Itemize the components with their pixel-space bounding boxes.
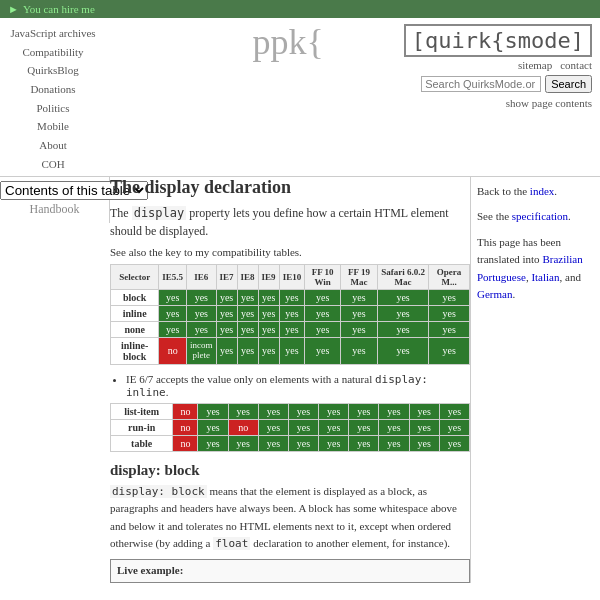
intro-text: The display property lets you define how… (110, 204, 470, 240)
col-ff10win: FF 10 Win (305, 264, 341, 289)
cell: yes (377, 289, 428, 305)
cell: yes (341, 289, 378, 305)
cell: yes (159, 289, 187, 305)
cell: no (173, 419, 198, 435)
key-link[interactable]: key (165, 246, 181, 258)
col-safari: Safari 6.0.2 Mac (377, 264, 428, 289)
cell: no (173, 403, 198, 419)
cell: no (173, 435, 198, 451)
cell: yes (409, 403, 439, 419)
right-sidebar: Back to the index. See the specification… (470, 177, 600, 583)
lang-italian[interactable]: Italian (531, 271, 559, 283)
cell: yes (341, 305, 378, 321)
top-bar: ► You can hire me (0, 0, 600, 18)
cell: no (228, 419, 258, 435)
cell: yes (377, 321, 428, 337)
cell: yes (159, 305, 187, 321)
search-bar: Search (421, 75, 592, 93)
selector-inline-block: inline-block (111, 337, 159, 364)
col-ie55: IE5.5 (159, 264, 187, 289)
cell: yes (288, 403, 318, 419)
index-link[interactable]: index (530, 185, 554, 197)
nav-compatibility[interactable]: Compatibility (8, 43, 98, 62)
search-button[interactable]: Search (545, 75, 592, 93)
search-input[interactable] (421, 76, 541, 92)
cell: yes (187, 305, 217, 321)
cell: yes (228, 435, 258, 451)
table-row: inline yes yes yes yes yes yes yes yes y… (111, 305, 470, 321)
selector-run-in: run-in (111, 419, 173, 435)
cell: yes (228, 403, 258, 419)
cell: yes (237, 289, 258, 305)
nav-quirksblog[interactable]: QuirksBlog (8, 61, 98, 80)
cell: yes (258, 419, 288, 435)
live-example-box: Live example: (110, 559, 470, 583)
col-selector: Selector (111, 264, 159, 289)
logo-area: ppk{ [quirk{smode] sitemap contact Searc… (253, 24, 592, 109)
show-contents-link[interactable]: show page contents (506, 97, 592, 109)
cell: yes (279, 305, 305, 321)
cell: yes (159, 321, 187, 337)
nav-js-archives[interactable]: JavaScript archives (8, 24, 98, 43)
page-title: The display declaration (110, 177, 470, 198)
cell: yes (409, 419, 439, 435)
left-nav: JavaScript archives Compatibility Quirks… (8, 24, 98, 174)
nav-coh[interactable]: COH (8, 155, 98, 174)
site-logo: [quirk{smode] (404, 24, 592, 57)
compat-table-2: list-item no yes yes yes yes yes yes yes… (110, 403, 470, 452)
spec-link[interactable]: specification (512, 210, 568, 222)
cell: yes (349, 435, 379, 451)
nav-donations[interactable]: Donations (8, 80, 98, 99)
cell: yes (349, 419, 379, 435)
logo-links: sitemap contact (518, 59, 592, 71)
table-row: run-in no yes no yes yes yes yes yes yes… (111, 419, 470, 435)
cell: yes (198, 403, 228, 419)
table-row: list-item no yes yes yes yes yes yes yes… (111, 403, 470, 419)
cell: yes (288, 435, 318, 451)
selector-list-item: list-item (111, 403, 173, 419)
nav-mobile[interactable]: Mobile (8, 117, 98, 136)
sitemap-link[interactable]: sitemap (518, 59, 552, 71)
cell: yes (258, 321, 279, 337)
contact-link[interactable]: contact (560, 59, 592, 71)
cell: no (159, 337, 187, 364)
nav-about[interactable]: About (8, 136, 98, 155)
col-ie8: IE8 (237, 264, 258, 289)
arrow-icon: ► (8, 3, 19, 15)
cell: yes (379, 435, 409, 451)
ppk-logo: ppk{ (253, 24, 324, 60)
cell: yes (319, 419, 349, 435)
topbar-label[interactable]: You can hire me (23, 3, 95, 15)
cell: yes (216, 289, 237, 305)
cell: yes (439, 403, 469, 419)
nav-politics[interactable]: Politics (8, 99, 98, 118)
cell: yes (429, 321, 470, 337)
cell: yes (319, 403, 349, 419)
cell: yes (305, 289, 341, 305)
table-row: inline-block no incomplete yes yes yes y… (111, 337, 470, 364)
cell: yes (216, 305, 237, 321)
table-notes: IE 6/7 accepts the value only on element… (110, 373, 470, 399)
cell: yes (258, 305, 279, 321)
cell: incomplete (187, 337, 217, 364)
cell: yes (216, 337, 237, 364)
body-layout: Contents of this table Handbook The disp… (0, 177, 600, 583)
cell: yes (187, 289, 217, 305)
cell: yes (377, 337, 428, 364)
cell: yes (305, 337, 341, 364)
cell: yes (377, 305, 428, 321)
cell: yes (439, 435, 469, 451)
lang-portuguese[interactable]: Brazilian Portuguese (477, 253, 583, 283)
translation-note: This page has been translated into Brazi… (477, 234, 594, 304)
cell: yes (279, 337, 305, 364)
cell: yes (341, 337, 378, 364)
cell: yes (198, 419, 228, 435)
col-ie10: IE10 (279, 264, 305, 289)
cell: yes (429, 305, 470, 321)
cell: yes (258, 337, 279, 364)
col-ie6: IE6 (187, 264, 217, 289)
cell: yes (429, 337, 470, 364)
compat-table: Selector IE5.5 IE6 IE7 IE8 IE9 IE10 FF 1… (110, 264, 470, 365)
cell: yes (279, 289, 305, 305)
lang-german[interactable]: German (477, 288, 512, 300)
